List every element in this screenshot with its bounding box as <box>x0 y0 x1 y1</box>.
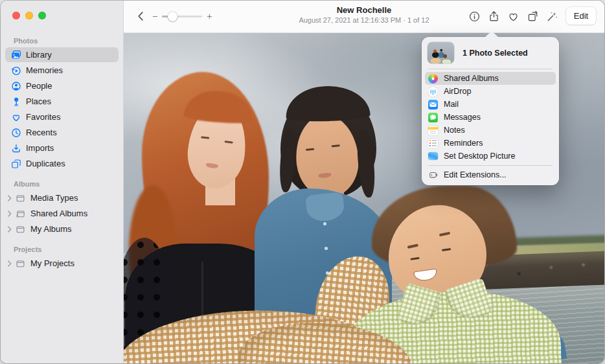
library-icon <box>10 49 21 60</box>
sidebar-item-label: My Projects <box>30 258 74 268</box>
share-item-label: AirDrop <box>444 87 471 96</box>
duplicates-icon <box>10 158 21 169</box>
share-item-label: Notes <box>444 126 465 135</box>
sidebar-item-my-albums[interactable]: My Albums <box>5 222 119 236</box>
share-item-mail[interactable]: Mail <box>425 98 556 111</box>
zoom-slider-track[interactable] <box>162 16 202 17</box>
sidebar-item-label: Places <box>26 97 51 106</box>
share-item-label: Mail <box>444 100 459 109</box>
section-header-photos: Photos <box>14 37 123 45</box>
sidebar-item-favorites[interactable]: Favorites <box>5 109 119 124</box>
info-button[interactable] <box>464 6 484 26</box>
share-item-notes[interactable]: Notes <box>425 124 556 137</box>
sidebar-item-label: Library <box>26 50 52 60</box>
sidebar-item-library[interactable]: Library <box>5 47 119 62</box>
share-item-label: Edit Extensions... <box>444 170 507 179</box>
sidebar: Photos Library Memories People Places <box>1 1 124 363</box>
share-button[interactable] <box>484 6 503 26</box>
photos-app-icon <box>428 74 438 84</box>
zoom-slider-thumb[interactable] <box>168 12 177 21</box>
sidebar-item-label: Shared Albums <box>30 209 87 218</box>
photos-app-window: Photos Library Memories People Places <box>1 1 604 363</box>
sidebar-item-label: Imports <box>26 143 54 153</box>
zoom-out-label[interactable]: − <box>152 11 157 21</box>
reminders-icon <box>428 139 438 148</box>
sidebar-item-my-projects[interactable]: My Projects <box>5 256 119 271</box>
section-header-albums: Albums <box>14 180 123 188</box>
toolbar-actions <box>464 6 562 26</box>
desktop-picture-icon <box>428 152 438 161</box>
sidebar-item-label: People <box>26 81 52 91</box>
places-icon <box>10 96 21 107</box>
close-button[interactable] <box>12 12 20 19</box>
edit-extensions-item[interactable]: Edit Extensions... <box>425 168 556 181</box>
sidebar-item-duplicates[interactable]: Duplicates <box>5 156 119 171</box>
people-icon <box>10 80 21 91</box>
sidebar-item-label: Recents <box>26 128 57 137</box>
share-item-set-desktop-picture[interactable]: Set Desktop Picture <box>425 150 556 163</box>
imports-icon <box>10 142 21 154</box>
album-icon <box>15 258 26 269</box>
sidebar-item-imports[interactable]: Imports <box>5 141 119 155</box>
share-item-label: Reminders <box>444 139 483 148</box>
share-popover: 1 Photo Selected Shared Albums AirDrop M… <box>422 37 559 185</box>
share-destinations: Shared Albums AirDrop Mail Messages <box>422 69 559 165</box>
album-icon <box>15 223 26 234</box>
sidebar-item-label: Favorites <box>26 112 60 122</box>
share-item-label: Shared Albums <box>444 74 499 83</box>
sidebar-item-recents[interactable]: Recents <box>5 125 119 140</box>
auto-enhance-button[interactable] <box>542 6 562 26</box>
selected-photo-thumbnail <box>428 42 454 63</box>
album-icon <box>15 192 26 203</box>
sidebar-item-people[interactable]: People <box>5 78 119 93</box>
popover-footer: Edit Extensions... <box>422 166 559 181</box>
recents-icon <box>10 127 21 138</box>
back-button[interactable] <box>131 6 151 26</box>
zoom-slider-control: − + <box>152 6 212 26</box>
toolbar: − + New Rochelle August 27, 2021 at 12:1… <box>124 1 604 33</box>
messages-icon <box>428 113 438 122</box>
sidebar-item-label: My Albums <box>30 224 72 234</box>
selection-count-label: 1 Photo Selected <box>462 49 528 58</box>
sidebar-item-label: Duplicates <box>26 159 65 168</box>
airdrop-icon <box>428 87 438 97</box>
sidebar-item-label: Memories <box>26 65 63 75</box>
disclosure-chevron-icon[interactable] <box>6 194 13 202</box>
sidebar-item-label: Media Types <box>30 193 78 203</box>
share-item-airdrop[interactable]: AirDrop <box>425 85 556 98</box>
memories-icon <box>10 65 21 76</box>
popover-header: 1 Photo Selected <box>422 37 559 69</box>
rotate-button[interactable] <box>523 6 542 26</box>
favorites-icon <box>10 111 21 122</box>
minimize-button[interactable] <box>25 12 33 19</box>
mail-icon <box>428 100 438 109</box>
favorite-button[interactable] <box>503 6 523 26</box>
disclosure-chevron-icon[interactable] <box>6 259 13 267</box>
disclosure-chevron-icon[interactable] <box>6 209 13 218</box>
shared-album-icon <box>15 208 26 219</box>
edit-button[interactable]: Edit <box>566 7 596 25</box>
popover-arrow <box>485 31 499 38</box>
share-item-label: Set Desktop Picture <box>444 152 515 161</box>
share-item-label: Messages <box>444 113 481 122</box>
sidebar-item-memories[interactable]: Memories <box>5 63 119 78</box>
zoom-in-label[interactable]: + <box>207 11 212 21</box>
disclosure-chevron-icon[interactable] <box>6 225 13 233</box>
share-item-messages[interactable]: Messages <box>425 111 556 124</box>
extensions-icon <box>428 170 438 180</box>
zoom-button[interactable] <box>38 12 46 19</box>
sidebar-item-places[interactable]: Places <box>5 94 119 109</box>
notes-icon <box>428 126 438 135</box>
share-item-shared-albums[interactable]: Shared Albums <box>425 72 556 85</box>
share-item-reminders[interactable]: Reminders <box>425 137 556 150</box>
sidebar-item-media-types[interactable]: Media Types <box>5 190 119 205</box>
section-header-projects: Projects <box>14 245 123 253</box>
sidebar-item-shared-albums[interactable]: Shared Albums <box>5 206 119 221</box>
window-controls <box>12 12 46 19</box>
